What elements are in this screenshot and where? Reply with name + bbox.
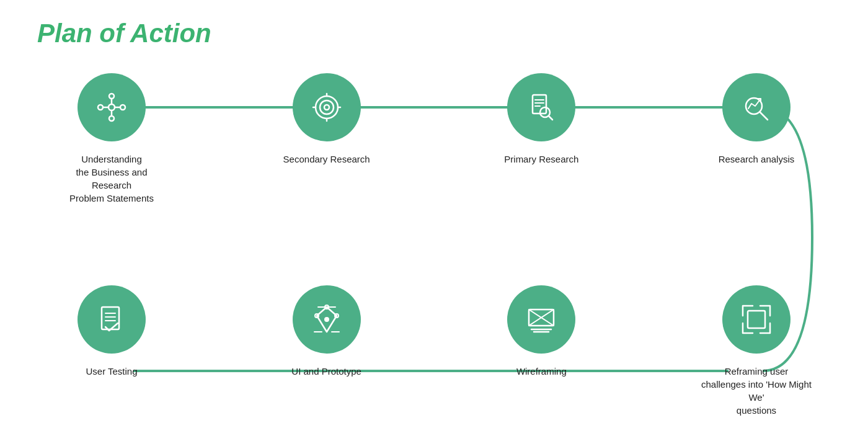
ui-circle xyxy=(293,285,361,354)
svg-line-27 xyxy=(549,116,552,120)
step-analysis: Research analysis xyxy=(694,73,818,166)
step-ui: UI and Prototype xyxy=(265,285,389,378)
step-testing-label: User Testing xyxy=(86,365,137,378)
svg-rect-30 xyxy=(102,307,119,329)
understanding-circle xyxy=(78,73,146,141)
primary-circle xyxy=(507,73,575,141)
step-ui-label: UI and Prototype xyxy=(291,365,361,378)
step-reframing-label: Reframing userchallenges into 'How Might… xyxy=(701,365,812,417)
step-secondary-label: Secondary Research xyxy=(283,153,370,166)
row-1: Understandingthe Business and ResearchPr… xyxy=(37,73,831,205)
svg-line-29 xyxy=(760,112,768,120)
plan-diagram: Understandingthe Business and ResearchPr… xyxy=(37,73,831,402)
checklist-icon xyxy=(94,302,129,337)
svg-rect-22 xyxy=(533,95,546,114)
step-primary: Primary Research xyxy=(479,73,603,166)
svg-point-37 xyxy=(325,318,329,321)
step-primary-label: Primary Research xyxy=(504,153,578,166)
row-2: User Testing UI and Prototype xyxy=(37,285,831,417)
page-title: Plan of Action xyxy=(37,19,831,48)
pen-tool-icon xyxy=(309,302,344,337)
step-analysis-label: Research analysis xyxy=(719,153,795,166)
network-icon xyxy=(94,90,129,125)
svg-rect-46 xyxy=(748,311,765,328)
secondary-circle xyxy=(293,73,361,141)
crop-icon xyxy=(739,302,774,337)
step-understanding: Understandingthe Business and ResearchPr… xyxy=(50,73,174,205)
svg-point-17 xyxy=(324,105,329,110)
step-wireframing-label: Wireframing xyxy=(516,365,567,378)
analytics-icon xyxy=(739,90,774,125)
analysis-circle xyxy=(722,73,790,141)
svg-point-28 xyxy=(746,98,762,114)
target-icon xyxy=(309,90,344,125)
reframing-circle xyxy=(722,285,790,354)
svg-point-6 xyxy=(108,104,115,110)
svg-point-16 xyxy=(320,100,334,114)
document-search-icon xyxy=(524,90,559,125)
step-understanding-label: Understandingthe Business and ResearchPr… xyxy=(56,153,167,205)
step-secondary: Secondary Research xyxy=(265,73,389,166)
step-reframing: Reframing userchallenges into 'How Might… xyxy=(694,285,818,417)
wireframing-circle xyxy=(507,285,575,354)
testing-circle xyxy=(78,285,146,354)
wireframe-icon xyxy=(524,302,559,337)
svg-point-15 xyxy=(316,96,338,118)
step-testing: User Testing xyxy=(50,285,174,378)
step-wireframing: Wireframing xyxy=(479,285,603,378)
